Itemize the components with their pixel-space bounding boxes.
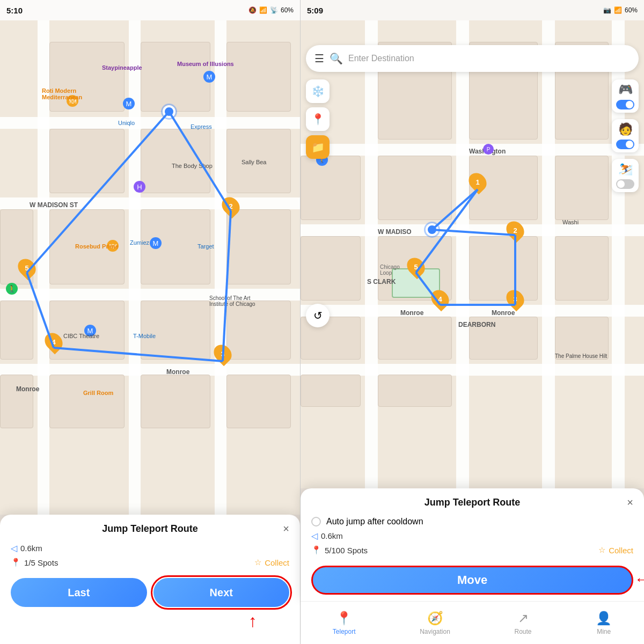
right-distance-row: ◁ 0.6km (311, 531, 633, 541)
express-label: Express (191, 123, 212, 130)
right-sheet-title-row: Jump Teleport Route × (311, 497, 633, 508)
nav-route-label: Route (515, 628, 532, 635)
nav-teleport-label: Teleport (333, 628, 356, 635)
search-placeholder[interactable]: Enter Destination (348, 54, 414, 63)
monroe-label-left: Monroe (166, 368, 189, 376)
arrow-icon-left: ↑ (248, 611, 257, 631)
game-toggle-row (616, 100, 634, 109)
auto-jump-radio[interactable] (311, 517, 321, 526)
next-button[interactable]: Next (153, 578, 290, 607)
pin-2-right: 2 (506, 219, 524, 241)
navigate-icon-right: ◁ (311, 531, 318, 541)
left-collect-info[interactable]: ☆ Collect (254, 558, 289, 567)
right-distance: 0.6km (321, 531, 343, 540)
skate-card: ⛷️ (612, 159, 639, 192)
move-button[interactable]: Move (311, 566, 633, 595)
hamburger-icon[interactable]: ☰ (314, 52, 324, 65)
nav-mine[interactable]: 👤 Mine (587, 606, 620, 640)
right-spots-info: 📍 5/100 Spots (311, 545, 368, 555)
snow-tool[interactable]: ❄️ (306, 79, 330, 103)
dearborn-label: DEARBORN (458, 321, 495, 328)
pin-1-right: 1 (469, 171, 487, 193)
poi-walk-left: 🚶 (6, 283, 18, 295)
right-close-button[interactable]: × (627, 497, 633, 508)
skate-icon: ⛷️ (618, 162, 633, 176)
pin-4-right: 4 (431, 288, 449, 310)
last-button[interactable]: Last (11, 578, 147, 607)
mine-icon: 👤 (596, 611, 612, 626)
left-map: 2 3 4 5 🍽 M M M M H 🚶 🍽 W MADISON ST Mon… (0, 20, 300, 515)
left-spots-text: 1/5 Spots (24, 558, 58, 567)
poi-mickey2-left: M (203, 71, 215, 83)
wifi-icon: 📶 (259, 6, 267, 14)
avatar-card: 🧑 (612, 119, 639, 152)
move-btn-container: Move ← (311, 566, 633, 595)
grill-label: Grill Room (83, 390, 113, 396)
nav-route[interactable]: ↗ Route (506, 606, 540, 640)
left-btn-row: Last Next (11, 578, 289, 607)
bodyshop-label: The Body Shop (172, 163, 213, 169)
left-bottom-sheet: Jump Teleport Route × ◁ 0.6km 📍 1/5 Spot… (0, 515, 300, 644)
teleport-icon: 📍 (336, 611, 352, 626)
right-status-icons: 📷 📶 60% (603, 6, 638, 14)
auto-jump-label: Auto jump after cooldown (326, 517, 423, 526)
game-card: 🎮 (612, 79, 639, 113)
right-spots-row: 📍 5/100 Spots ☆ Collect (311, 545, 633, 555)
right-panel: 5:09 📷 📶 60% (301, 0, 644, 644)
skate-toggle[interactable] (616, 179, 634, 189)
game-toggle[interactable] (616, 100, 634, 109)
wifi-icon-right: 📶 (614, 6, 622, 14)
navigate-icon-left: ◁ (11, 543, 17, 553)
washi-label: Washi (562, 219, 579, 225)
nav-mine-label: Mine (597, 628, 611, 635)
folder-tool[interactable]: 📁 (306, 135, 330, 159)
monroe-label2-left: Monroe (16, 385, 39, 393)
zumiez-label: Zumiez (130, 239, 149, 246)
skate-toggle-row (616, 179, 634, 189)
undo-button[interactable]: ↺ (306, 304, 330, 327)
nav-teleport[interactable]: 📍 Teleport (324, 606, 364, 640)
avatar-icon: 🧑 (618, 122, 633, 136)
madison-label-right: W MADISO (378, 228, 412, 236)
right-status-bar: 5:09 📷 📶 60% (301, 0, 644, 20)
search-bar[interactable]: ☰ 🔍 Enter Destination (306, 45, 639, 72)
arrow-container-left: ↑ (11, 611, 289, 631)
school-label: School of The ArtInstitute of Chicago (209, 295, 255, 307)
spots-icon-left: 📍 (11, 558, 21, 567)
avatar-toggle[interactable] (616, 140, 634, 149)
left-panel: 5:10 🔕 📶 📡 60% (0, 0, 301, 644)
bottom-nav: 📍 Teleport 🧭 Navigation ↗ Route 👤 Mine (301, 601, 644, 644)
route-icon: ↗ (518, 611, 529, 626)
current-location-dot (163, 105, 175, 118)
right-collect-info[interactable]: ☆ Collect (598, 545, 633, 555)
star-icon-right: ☆ (598, 545, 605, 555)
right-map: 1 2 3 4 5 W MADISO S CLARK DEARBORN Monr… (301, 20, 644, 488)
tmobile-label: T-Mobile (133, 333, 156, 339)
move-arrow: ← (634, 571, 644, 588)
roti-label: Roti ModernMediterranean (42, 87, 82, 100)
poi-mickey1-left: M (123, 98, 135, 109)
target-label: Target (197, 243, 214, 250)
chicago-loop-label: ChicagoLoop (380, 264, 400, 276)
pin-5-left: 5 (18, 257, 36, 279)
battery-icon: 60% (281, 6, 294, 14)
left-sheet-title: Jump Teleport Route (102, 523, 198, 535)
auto-jump-row: Auto jump after cooldown (311, 517, 633, 526)
current-location-dot-right (426, 223, 438, 236)
left-close-button[interactable]: × (283, 523, 289, 534)
uniqlo-label: Uniqlo (118, 120, 135, 126)
monroe-label-right: Monroe (400, 309, 423, 317)
right-time: 5:09 (307, 6, 323, 15)
nav-navigation-label: Navigation (420, 628, 450, 635)
location-tool[interactable]: 📍 (306, 107, 330, 131)
nav-navigation[interactable]: 🧭 Navigation (411, 606, 459, 640)
signal-icon: 📡 (270, 6, 278, 14)
cibc-label: CIBC Theatre (63, 333, 99, 339)
monroe-label2-right: Monroe (492, 309, 515, 317)
spots-icon-right: 📍 (311, 545, 321, 555)
palmer-label: The Palme House Hilt (555, 353, 607, 359)
right-collect-label: Collect (609, 546, 633, 555)
pin-4-left: 4 (45, 331, 63, 353)
left-collect-label: Collect (265, 558, 289, 567)
star-icon-left: ☆ (254, 558, 261, 567)
